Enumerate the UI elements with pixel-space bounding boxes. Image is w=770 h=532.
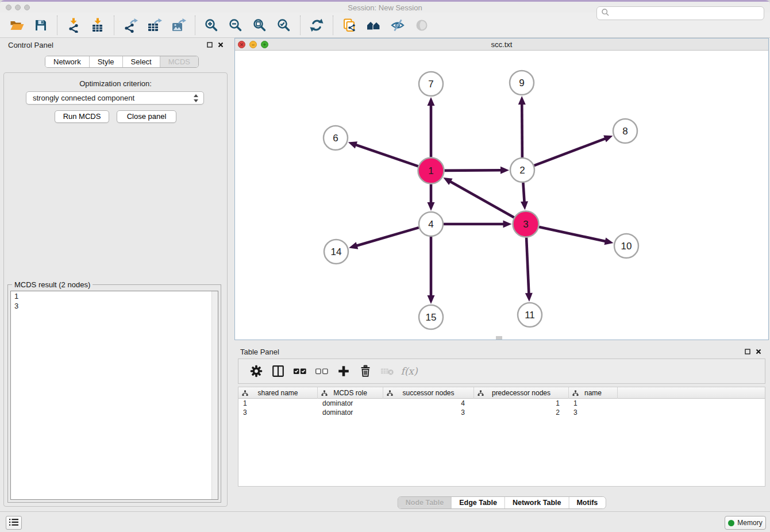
network-maximize-button[interactable]: +	[261, 41, 268, 48]
table-cell[interactable]: 1	[474, 399, 569, 408]
zoom-out-icon[interactable]	[227, 17, 244, 34]
node-label-2: 2	[519, 165, 525, 176]
close-panel-button[interactable]: Close panel	[117, 110, 176, 123]
delete-column-icon[interactable]	[358, 364, 373, 379]
node-label-14: 14	[331, 246, 342, 257]
hide-graphics-details-icon[interactable]	[389, 17, 406, 34]
toolbar-separator	[57, 16, 57, 35]
table-cell[interactable]: 3	[569, 408, 618, 417]
float-panel-icon[interactable]	[744, 348, 751, 355]
network-window: scc.txt ✕−+ 1234678910111415	[234, 38, 769, 340]
gear-icon[interactable]	[249, 364, 264, 379]
list-icon	[9, 518, 19, 529]
canvas-resize-grip[interactable]	[496, 336, 502, 340]
table-cell[interactable]: 3	[383, 408, 474, 417]
tab-network-table[interactable]: Network Table	[505, 497, 569, 508]
column-header-predecessor-nodes[interactable]: predecessor nodes	[474, 387, 569, 399]
table-row[interactable]: 1dominator411	[238, 399, 765, 408]
first-neighbors-icon[interactable]	[365, 17, 382, 34]
table-row[interactable]: 3dominator323	[238, 408, 765, 417]
dropdown-stepper-icon	[193, 94, 199, 102]
memory-button[interactable]: Memory	[725, 516, 766, 530]
control-panel-tabs: NetworkStyleSelectMCDS	[45, 56, 199, 68]
mcds-result-item[interactable]: 3	[11, 301, 218, 311]
add-column-icon[interactable]	[336, 364, 351, 379]
edge-3-11[interactable]	[526, 237, 529, 294]
node-label-3: 3	[523, 219, 528, 230]
export-network-icon[interactable]	[122, 17, 139, 34]
tab-node-table[interactable]: Node Table	[398, 497, 452, 508]
column-header-shared-name[interactable]: shared name	[238, 387, 318, 399]
optimization-dropdown[interactable]: strongly connected component	[26, 91, 204, 105]
function-builder-icon[interactable]: f(x)	[402, 364, 417, 379]
column-label: successor nodes	[402, 389, 454, 397]
deselect-all-icon[interactable]	[314, 364, 329, 379]
tab-network[interactable]: Network	[45, 56, 90, 67]
table-cell[interactable]: 1	[238, 399, 318, 408]
tab-style[interactable]: Style	[90, 56, 123, 67]
edge-1-2[interactable]	[444, 170, 502, 171]
node-label-7: 7	[428, 79, 433, 90]
table-cell[interactable]: dominator	[318, 399, 383, 408]
memory-label: Memory	[737, 519, 762, 527]
node-label-9: 9	[519, 78, 524, 88]
node-table: shared nameMCDS rolesuccessor nodesprede…	[238, 387, 765, 487]
task-history-button[interactable]	[6, 516, 22, 530]
close-panel-icon[interactable]	[755, 348, 762, 355]
import-table-icon[interactable]	[89, 17, 106, 34]
column-label: shared name	[257, 389, 298, 397]
close-panel-icon[interactable]	[217, 41, 224, 48]
save-session-icon[interactable]	[32, 17, 49, 34]
import-network-icon[interactable]	[65, 17, 82, 34]
table-cell[interactable]: 3	[238, 408, 318, 417]
tab-mcds[interactable]: MCDS	[160, 56, 198, 67]
zoom-in-icon[interactable]	[203, 17, 220, 34]
edge-2-9[interactable]	[522, 103, 522, 157]
tab-select[interactable]: Select	[123, 56, 160, 67]
result-scrollbar[interactable]	[211, 291, 218, 499]
column-header-name[interactable]: name	[569, 387, 618, 399]
table-cell[interactable]: 1	[569, 399, 618, 408]
export-image-icon[interactable]	[170, 17, 187, 34]
mcds-result-list[interactable]: 13	[10, 291, 218, 500]
refresh-layout-icon[interactable]	[308, 17, 325, 34]
tab-edge-table[interactable]: Edge Table	[452, 497, 505, 508]
clone-network-icon[interactable]	[341, 17, 358, 34]
toolbar-separator	[114, 16, 114, 35]
mcds-result-item[interactable]: 1	[11, 291, 218, 301]
eye-icon[interactable]	[413, 17, 430, 34]
run-mcds-button[interactable]: Run MCDS	[55, 110, 109, 123]
search-box[interactable]	[596, 6, 764, 20]
function-builder-label: f(x)	[401, 365, 417, 377]
export-table-icon[interactable]	[146, 17, 163, 34]
edge-3-1[interactable]	[450, 181, 514, 217]
tab-motifs[interactable]: Motifs	[569, 497, 605, 508]
search-input[interactable]	[610, 7, 764, 19]
column-header-successor-nodes[interactable]: successor nodes	[383, 387, 474, 399]
network-window-titlebar[interactable]: scc.txt ✕−+	[235, 38, 768, 51]
network-minimize-button[interactable]: −	[249, 41, 257, 48]
select-all-icon[interactable]	[292, 364, 307, 379]
column-browser-icon[interactable]	[271, 364, 286, 379]
toolbar-separator	[195, 16, 195, 35]
delete-table-icon[interactable]	[380, 364, 395, 379]
node-label-1: 1	[428, 165, 433, 176]
table-cell[interactable]: 4	[383, 399, 474, 408]
column-header-MCDS-role[interactable]: MCDS role	[318, 387, 383, 399]
edge-3-10[interactable]	[539, 227, 606, 241]
node-label-10: 10	[621, 241, 632, 252]
edge-4-14[interactable]	[356, 228, 419, 246]
float-panel-icon[interactable]	[206, 41, 213, 48]
network-close-button[interactable]: ✕	[238, 41, 245, 48]
table-cell[interactable]: dominator	[318, 408, 383, 417]
graph-canvas[interactable]: 1234678910111415	[235, 51, 768, 340]
open-session-icon[interactable]	[8, 17, 25, 34]
edge-1-6[interactable]	[355, 145, 418, 167]
zoom-selected-icon[interactable]	[275, 17, 292, 34]
app-window: Session: New Session Control Panel Netwo…	[0, 0, 770, 532]
edge-2-8[interactable]	[534, 138, 606, 165]
column-type-icon	[572, 390, 579, 398]
zoom-fit-icon[interactable]	[251, 17, 268, 34]
edge-2-3[interactable]	[523, 183, 524, 203]
table-cell[interactable]: 2	[474, 408, 569, 417]
